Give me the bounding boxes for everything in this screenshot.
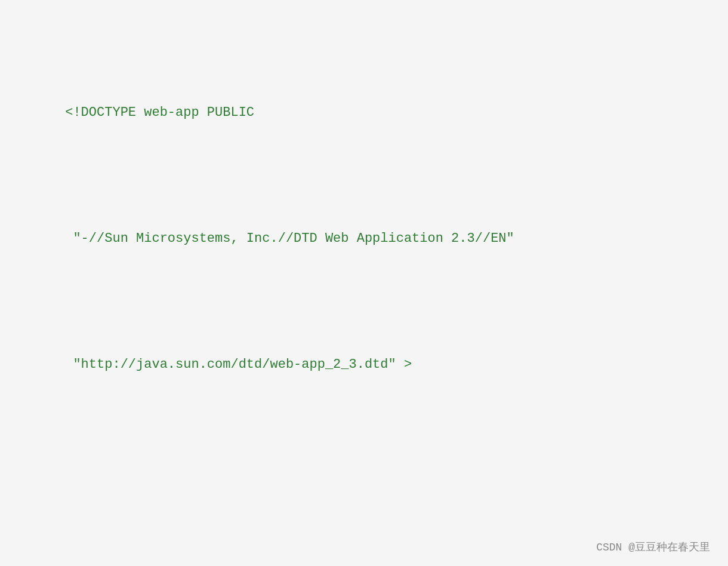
watermark: CSDN @豆豆种在春天里 xyxy=(596,540,710,554)
code-block: <!DOCTYPE web-app PUBLIC "-//Sun Microsy… xyxy=(18,18,710,566)
code-line-1: <!DOCTYPE web-app PUBLIC xyxy=(18,81,710,144)
code-text: <!DOCTYPE web-app PUBLIC xyxy=(65,105,254,120)
code-line-2: "-//Sun Microsystems, Inc.//DTD Web Appl… xyxy=(18,207,710,270)
code-container: <!DOCTYPE web-app PUBLIC "-//Sun Microsy… xyxy=(0,0,728,566)
code-line-4 xyxy=(18,459,710,480)
code-text: "-//Sun Microsystems, Inc.//DTD Web Appl… xyxy=(65,231,514,246)
code-text: "http://java.sun.com/dtd/web-app_2_3.dtd… xyxy=(65,357,412,372)
code-line-3: "http://java.sun.com/dtd/web-app_2_3.dtd… xyxy=(18,333,710,396)
